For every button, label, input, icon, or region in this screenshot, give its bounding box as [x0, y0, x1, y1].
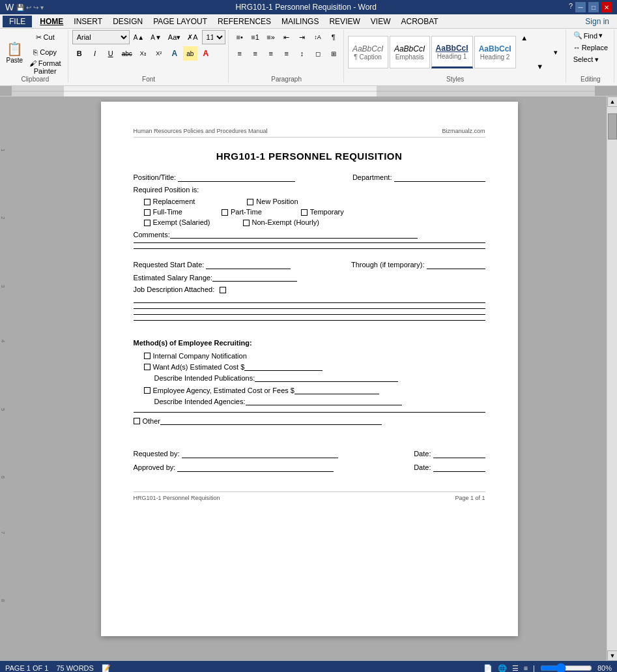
file-menu[interactable]: FILE	[3, 16, 32, 27]
zoom-level: 80%	[597, 664, 612, 672]
view-outline-icon[interactable]: ☰	[512, 664, 519, 673]
shrink-font-button[interactable]: A▼	[148, 30, 164, 44]
bold-button[interactable]: B	[72, 46, 87, 61]
job-desc-checkbox[interactable]	[220, 287, 226, 293]
position-field[interactable]	[178, 173, 295, 182]
styles-expand[interactable]: ▾	[549, 44, 563, 60]
through-field[interactable]	[427, 261, 485, 269]
menu-acrobat[interactable]: ACROBAT	[395, 16, 443, 27]
want-ad-checkbox[interactable]	[144, 364, 151, 370]
cut-button[interactable]: ✂ Cut	[25, 30, 65, 44]
nonexempt-checkbox[interactable]	[243, 220, 250, 226]
line-spacing-button[interactable]: ↕	[295, 46, 309, 61]
department-field[interactable]	[394, 173, 485, 182]
align-left-button[interactable]: ≡	[233, 46, 247, 61]
exempt-checkbox[interactable]	[144, 220, 151, 226]
change-case-button[interactable]: Aa▾	[165, 30, 183, 44]
numbering-button[interactable]: ≡1	[248, 30, 263, 44]
font-size-select[interactable]: 11	[202, 30, 225, 44]
shading-button[interactable]: ◻	[311, 46, 325, 61]
show-hide-button[interactable]: ¶	[326, 30, 341, 44]
right-scrollbar[interactable]: ▲ ▼	[607, 96, 617, 661]
maximize-button[interactable]: □	[588, 2, 599, 12]
paste-button[interactable]: 📋 Paste	[5, 35, 24, 69]
approved-by-row: Approved by: Date:	[134, 463, 485, 472]
menu-page-layout[interactable]: PAGE LAYOUT	[148, 16, 212, 27]
other-field[interactable]	[160, 416, 382, 425]
format-painter-button[interactable]: 🖌 Format Painter	[25, 60, 65, 74]
decrease-indent-button[interactable]: ⇤	[280, 30, 294, 44]
describe-agency-field[interactable]	[246, 397, 402, 405]
menu-mailings[interactable]: MAILINGS	[276, 16, 324, 27]
view-web-icon[interactable]: 🌐	[498, 664, 507, 673]
increase-indent-button[interactable]: ⇥	[295, 30, 309, 44]
close-button[interactable]: ✕	[601, 2, 612, 12]
salary-field[interactable]	[212, 273, 297, 282]
new-position-checkbox[interactable]	[247, 199, 253, 205]
highlight-button[interactable]: ab	[183, 46, 197, 61]
font-name-select[interactable]: Arial	[72, 30, 130, 44]
minimize-button[interactable]: ─	[575, 2, 586, 12]
menu-home[interactable]: HOME	[35, 16, 68, 27]
proofing-icon[interactable]: 📝	[102, 664, 111, 673]
fulltime-checkbox[interactable]	[144, 209, 151, 216]
center-button[interactable]: ≡	[248, 46, 263, 61]
find-button[interactable]: 🔍 Find ▾	[570, 30, 606, 41]
start-date-field[interactable]	[206, 261, 291, 269]
comments-field[interactable]	[170, 230, 418, 239]
strikethrough-button[interactable]: abc	[119, 46, 135, 61]
internal-checkbox[interactable]	[144, 353, 151, 359]
select-button[interactable]: Select ▾	[570, 54, 603, 65]
styles-scroll-up[interactable]: ▲	[517, 30, 532, 46]
font-color-button[interactable]: A	[199, 46, 213, 61]
menu-design[interactable]: DESIGN	[108, 16, 148, 27]
view-print-icon[interactable]: 📄	[483, 664, 493, 673]
describe-pub-field[interactable]	[255, 373, 398, 382]
want-ad-cost-field[interactable]	[244, 362, 323, 371]
zoom-slider[interactable]	[540, 665, 592, 671]
sort-button[interactable]: ↕A	[311, 30, 325, 44]
approved-by-field[interactable]	[177, 463, 334, 472]
menu-insert[interactable]: INSERT	[68, 16, 108, 27]
menu-review[interactable]: REVIEW	[324, 16, 365, 27]
agency-checkbox[interactable]	[144, 387, 151, 394]
replace-button[interactable]: ↔ Replace	[570, 42, 611, 53]
superscript-button[interactable]: X²	[152, 46, 166, 61]
style-emphasis[interactable]: AaBbCcI Emphasis	[390, 36, 430, 68]
bullets-button[interactable]: ≡•	[233, 30, 247, 44]
view-draft-icon[interactable]: ≡	[524, 664, 528, 672]
req-date-field[interactable]	[433, 450, 485, 458]
styles-scroll-down[interactable]: ▼	[533, 59, 547, 74]
align-right-button[interactable]: ≡	[264, 46, 278, 61]
borders-button[interactable]: ⊞	[326, 46, 341, 61]
underline-button[interactable]: U	[104, 46, 118, 61]
style-heading2[interactable]: AaBbCcI Heading 2	[474, 36, 516, 68]
menu-view[interactable]: VIEW	[366, 16, 396, 27]
paragraph-group: ≡• ≡1 ≡» ⇤ ⇥ ↕A ¶ ≡ ≡ ≡ ≡ ↕ ◻ ⊞	[230, 30, 344, 83]
clear-formatting-button[interactable]: ✗A	[184, 30, 200, 44]
style-heading1[interactable]: AaBbCcI Heading 1	[431, 36, 473, 68]
document-scroll[interactable]: Human Resources Policies and Procedures …	[12, 96, 607, 661]
subscript-button[interactable]: X₂	[136, 46, 151, 61]
requested-by-field[interactable]	[182, 450, 338, 458]
temporary-checkbox[interactable]	[301, 209, 308, 216]
menu-bar: FILE HOME INSERT DESIGN PAGE LAYOUT REFE…	[0, 14, 617, 29]
scroll-thumb[interactable]	[608, 113, 617, 139]
multilevel-button[interactable]: ≡»	[264, 30, 278, 44]
scroll-up-button[interactable]: ▲	[607, 96, 617, 107]
text-effects-button[interactable]: A	[167, 46, 182, 61]
other-checkbox[interactable]	[134, 418, 140, 424]
appr-date-field[interactable]	[433, 463, 485, 472]
style-caption[interactable]: AaBbCcI ¶ Caption	[348, 36, 388, 68]
scroll-down-button[interactable]: ▼	[607, 650, 617, 661]
grow-font-button[interactable]: A▲	[131, 30, 147, 44]
menu-references[interactable]: REFERENCES	[212, 16, 276, 27]
copy-button[interactable]: ⎘ Copy	[25, 45, 65, 59]
italic-button[interactable]: I	[88, 46, 102, 61]
justify-button[interactable]: ≡	[280, 46, 294, 61]
agency-cost-field[interactable]	[294, 386, 379, 394]
department-label: Department:	[352, 173, 392, 181]
parttime-checkbox[interactable]	[222, 209, 228, 216]
sign-in-link[interactable]: Sign in	[580, 16, 614, 27]
replacement-checkbox[interactable]	[144, 199, 151, 205]
